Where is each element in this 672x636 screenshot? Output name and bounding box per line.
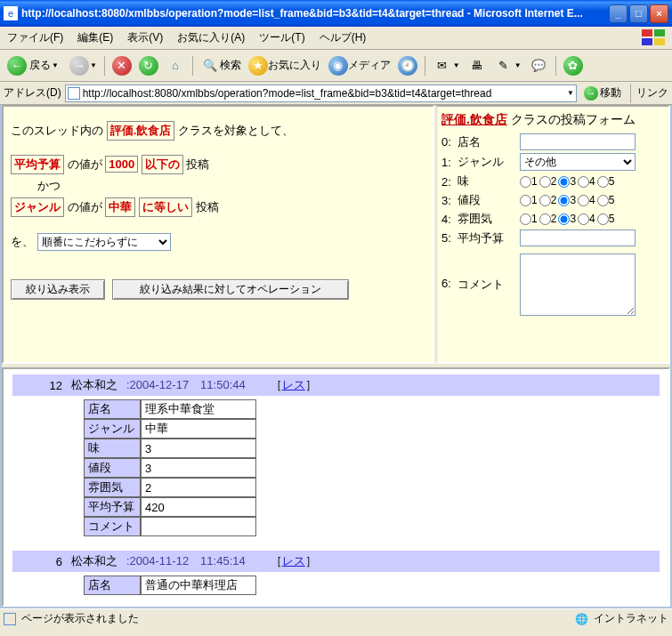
window-title: http://localhost:8080/xmlbbs/operation?m… [21, 7, 609, 20]
row-label: 店名 [457, 134, 520, 150]
chevron-down-icon: ▼ [514, 61, 522, 69]
cell-key: コメント [84, 517, 141, 536]
minimize-button[interactable]: _ [609, 4, 627, 23]
op-eq: に等しい [139, 197, 192, 217]
cell-value: 中華 [141, 419, 256, 439]
menu-edit[interactable]: 編集(E) [76, 28, 115, 47]
radio-4[interactable] [578, 176, 589, 188]
filter-show-button[interactable]: 絞り込み表示 [11, 279, 105, 300]
radio-3[interactable] [558, 176, 570, 188]
cell-value: 3 [141, 458, 256, 478]
post-table: 店名普通の中華料理店 [84, 576, 256, 595]
table-row: 店名理系中華食堂 [84, 399, 256, 419]
table-row: コメント [84, 517, 256, 536]
menu-tools[interactable]: ツール(T) [257, 28, 306, 47]
discuss-button[interactable]: 💬 [527, 55, 550, 76]
forward-button[interactable]: → ▼ [68, 55, 99, 76]
post-header: 12松本和之:2004-12-17 11:50:44［レス］ [12, 374, 660, 396]
maximize-button[interactable]: □ [629, 4, 648, 23]
text: このスレッド内の [11, 124, 103, 137]
row-label: 味 [457, 173, 520, 189]
reply-link[interactable]: レス [282, 554, 305, 568]
history-button[interactable]: 🕘 [396, 55, 419, 76]
comment-textarea[interactable] [520, 254, 636, 316]
genre-select[interactable]: その他 [520, 153, 636, 171]
menu-view[interactable]: 表示(V) [125, 28, 165, 47]
filter-operation-button[interactable]: 絞り込み結果に対してオペレーション [112, 279, 349, 300]
print-button[interactable]: 🖶 [466, 55, 489, 76]
post-number: 12 [18, 379, 62, 392]
icq-button[interactable]: ✿ [562, 55, 585, 76]
home-button[interactable]: ⌂ [164, 55, 187, 76]
svg-rect-1 [654, 29, 665, 36]
cell-value: 普通の中華料理店 [141, 576, 256, 595]
radio-5[interactable] [597, 176, 609, 188]
text: 投稿 [186, 157, 209, 171]
menu-file[interactable]: ファイル(F) [5, 28, 65, 47]
radio-1[interactable] [520, 213, 531, 225]
chevron-down-icon[interactable]: ▼ [567, 89, 574, 97]
value-1000: 1000 [105, 156, 138, 173]
search-button[interactable]: 🔍検索 [198, 55, 243, 76]
radio-1[interactable] [520, 195, 531, 206]
post-author: 松本和之 [71, 377, 117, 393]
print-icon: 🖶 [467, 56, 487, 76]
favorites-button[interactable]: ★お気に入り [247, 55, 323, 76]
radio-1[interactable] [520, 176, 531, 188]
field-budget: 平均予算 [11, 155, 64, 174]
radio-2[interactable] [539, 176, 551, 188]
edit-button[interactable]: ✎▼ [492, 55, 523, 76]
radio-2[interactable] [539, 213, 551, 225]
post-res-bracket: ［レス］ [271, 553, 317, 569]
links-label[interactable]: リンク [636, 85, 668, 101]
radio-3[interactable] [558, 195, 570, 206]
post-time: :2004-11-12 11:45:14 [126, 553, 246, 569]
post-table: 店名理系中華食堂ジャンル中華味3値段3雰囲気2平均予算420コメント [84, 399, 256, 536]
refresh-button[interactable]: ↻ [137, 55, 160, 76]
address-input[interactable]: http://localhost:8080/xmlbbs/operation?m… [65, 85, 577, 102]
cell-value: 420 [141, 497, 256, 517]
address-bar: アドレス(D) http://localhost:8080/xmlbbs/ope… [0, 82, 672, 105]
cell-key: ジャンル [84, 419, 141, 439]
table-row: 平均予算420 [84, 497, 256, 517]
cell-key: 雰囲気 [84, 478, 141, 497]
discuss-icon: 💬 [529, 56, 548, 76]
media-button[interactable]: ◉メディア [327, 55, 393, 76]
radio-4[interactable] [578, 213, 589, 225]
page-icon [4, 613, 16, 625]
shop-name-input[interactable] [520, 133, 636, 150]
radio-5[interactable] [597, 213, 609, 225]
budget-input[interactable] [520, 229, 636, 246]
radio-5[interactable] [597, 195, 609, 206]
star-icon: ★ [248, 56, 268, 76]
back-button[interactable]: ← 戻る ▼ [5, 55, 64, 76]
close-button[interactable]: × [650, 4, 668, 23]
mail-button[interactable]: ✉▼ [431, 55, 462, 76]
cell-key: 平均予算 [84, 497, 141, 517]
post-form-panel: 評価.飲食店 クラスの投稿フォーム 0: 店名 1: ジャンル その他 2: 味… [434, 105, 670, 364]
post: 6松本和之:2004-11-12 11:45:14［レス］店名普通の中華料理店 [4, 545, 668, 604]
svg-rect-3 [654, 38, 665, 45]
table-row: 味3 [84, 439, 256, 458]
windows-logo-icon [638, 28, 670, 47]
class-name: 評価.飲食店 [107, 121, 175, 141]
go-label: 移動 [600, 85, 621, 101]
reply-link[interactable]: レス [282, 378, 305, 391]
value-chinese: 中華 [105, 197, 135, 217]
table-row: ジャンル中華 [84, 419, 256, 439]
stop-button[interactable]: ✕ [110, 55, 134, 76]
radio-2[interactable] [539, 195, 551, 206]
radio-4[interactable] [578, 195, 589, 206]
sort-select[interactable]: 順番にこだわらずに [37, 233, 171, 251]
post-res-bracket: ［レス］ [271, 377, 317, 393]
radio-3[interactable] [558, 213, 570, 225]
go-button[interactable]: → 移動 [580, 85, 625, 101]
text: 投稿 [196, 200, 219, 213]
cell-key: 味 [84, 439, 141, 458]
menu-favorites[interactable]: お気に入り(A) [175, 28, 247, 47]
post-body: 店名理系中華食堂ジャンル中華味3値段3雰囲気2平均予算420コメント [12, 396, 660, 545]
menu-help[interactable]: ヘルプ(H) [318, 28, 368, 47]
row-idx: 3: [441, 194, 457, 207]
row-label: 値段 [457, 192, 520, 208]
chevron-down-icon: ▼ [453, 61, 460, 69]
